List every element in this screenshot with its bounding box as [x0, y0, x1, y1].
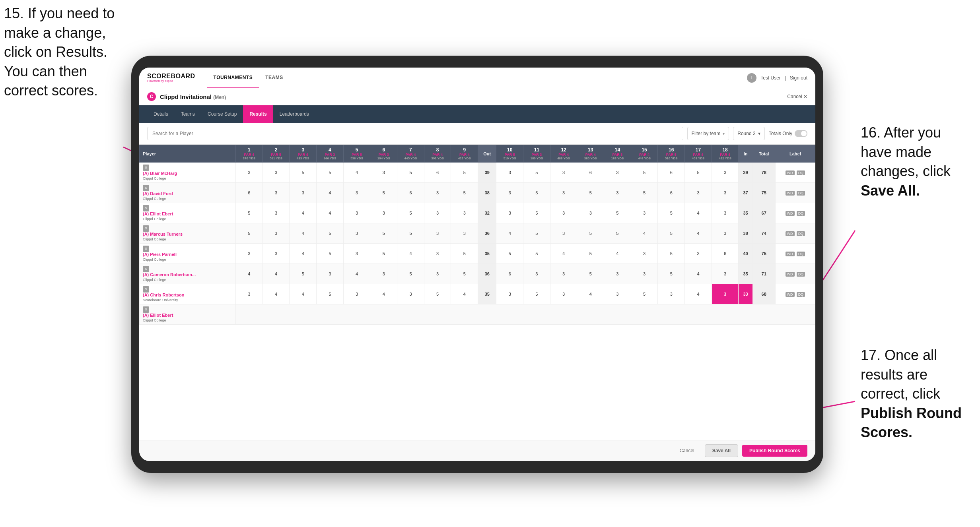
score-h2[interactable]: 3 — [262, 203, 290, 223]
score-h3[interactable]: 4 — [290, 223, 317, 244]
score-h17[interactable]: 4 — [685, 203, 712, 223]
search-input[interactable] — [147, 127, 683, 140]
score-h14[interactable]: 5 — [604, 223, 631, 244]
score-h10[interactable]: 6 — [496, 264, 523, 284]
score-h1[interactable]: 6 — [236, 183, 263, 203]
tab-results[interactable]: Results — [243, 105, 273, 123]
score-h11[interactable]: 5 — [523, 163, 550, 183]
score-h5[interactable]: 4 — [343, 163, 370, 183]
score-h15[interactable]: 4 — [631, 223, 658, 244]
score-h4[interactable]: 4 — [317, 183, 344, 203]
score-h11[interactable]: 5 — [523, 223, 550, 244]
score-h6[interactable]: 3 — [370, 264, 397, 284]
score-h17[interactable]: 3 — [685, 183, 712, 203]
score-h2[interactable]: 3 — [262, 183, 290, 203]
score-h11[interactable]: 5 — [523, 244, 550, 264]
score-h15[interactable]: 3 — [631, 203, 658, 223]
score-h7[interactable]: 3 — [397, 284, 424, 304]
score-h12[interactable]: 4 — [550, 244, 577, 264]
score-h9[interactable]: 3 — [451, 203, 478, 223]
score-h7[interactable]: 5 — [397, 223, 424, 244]
score-h9[interactable]: 5 — [451, 163, 478, 183]
save-all-button[interactable]: Save All — [705, 444, 738, 457]
score-h18[interactable]: 3 — [712, 284, 739, 304]
nav-teams[interactable]: TEAMS — [259, 68, 290, 88]
score-h18[interactable]: 3 — [712, 223, 739, 244]
dq-button[interactable]: DQ — [797, 231, 805, 236]
score-h3[interactable]: 4 — [290, 244, 317, 264]
score-h8[interactable]: 3 — [424, 183, 451, 203]
score-h10[interactable]: 3 — [496, 203, 523, 223]
score-h14[interactable]: 3 — [604, 163, 631, 183]
score-h16[interactable]: 6 — [658, 163, 685, 183]
score-h7[interactable]: 4 — [397, 244, 424, 264]
tab-course-setup[interactable]: Course Setup — [201, 105, 243, 123]
score-h3[interactable]: 5 — [290, 163, 317, 183]
score-h2[interactable]: 3 — [262, 223, 290, 244]
score-h1[interactable]: 3 — [236, 284, 263, 304]
wd-button[interactable]: WD — [786, 211, 795, 216]
score-h13[interactable]: 5 — [577, 264, 604, 284]
score-h11[interactable]: 5 — [523, 284, 550, 304]
score-h18[interactable]: 3 — [712, 163, 739, 183]
score-h4[interactable]: 5 — [317, 163, 344, 183]
score-h8[interactable]: 5 — [424, 284, 451, 304]
score-h15[interactable]: 3 — [631, 264, 658, 284]
score-h15[interactable]: 5 — [631, 163, 658, 183]
score-h12[interactable]: 3 — [550, 264, 577, 284]
score-h6[interactable]: 3 — [370, 163, 397, 183]
score-h18[interactable]: 6 — [712, 244, 739, 264]
score-h5[interactable]: 3 — [343, 223, 370, 244]
score-h10[interactable]: 3 — [496, 163, 523, 183]
score-h10[interactable]: 3 — [496, 183, 523, 203]
score-h1[interactable]: 5 — [236, 203, 263, 223]
score-h12[interactable]: 3 — [550, 163, 577, 183]
score-h5[interactable]: 3 — [343, 203, 370, 223]
score-h4[interactable]: 4 — [317, 203, 344, 223]
score-h16[interactable]: 3 — [658, 284, 685, 304]
score-h16[interactable]: 5 — [658, 264, 685, 284]
score-h12[interactable]: 3 — [550, 223, 577, 244]
score-h14[interactable]: 3 — [604, 183, 631, 203]
wd-button[interactable]: WD — [786, 191, 795, 196]
score-h10[interactable]: 4 — [496, 223, 523, 244]
score-h1[interactable]: 3 — [236, 244, 263, 264]
score-h13[interactable]: 5 — [577, 244, 604, 264]
score-h18[interactable]: 3 — [712, 203, 739, 223]
score-h9[interactable]: 4 — [451, 284, 478, 304]
score-h3[interactable]: 5 — [290, 264, 317, 284]
publish-round-scores-button[interactable]: Publish Round Scores — [742, 445, 807, 457]
score-h17[interactable]: 4 — [685, 223, 712, 244]
score-h13[interactable]: 4 — [577, 284, 604, 304]
score-h8[interactable]: 3 — [424, 264, 451, 284]
score-h13[interactable]: 5 — [577, 223, 604, 244]
score-h4[interactable]: 5 — [317, 223, 344, 244]
score-h8[interactable]: 6 — [424, 163, 451, 183]
score-h18[interactable]: 3 — [712, 183, 739, 203]
dq-button[interactable]: DQ — [797, 272, 805, 277]
score-h9[interactable]: 5 — [451, 264, 478, 284]
score-h5[interactable]: 3 — [343, 244, 370, 264]
tab-details[interactable]: Details — [147, 105, 175, 123]
score-h2[interactable]: 3 — [262, 163, 290, 183]
score-h6[interactable]: 3 — [370, 203, 397, 223]
score-h18[interactable]: 3 — [712, 264, 739, 284]
score-h3[interactable]: 3 — [290, 183, 317, 203]
score-h11[interactable]: 3 — [523, 264, 550, 284]
score-h8[interactable]: 3 — [424, 203, 451, 223]
score-h6[interactable]: 5 — [370, 244, 397, 264]
round-dropdown[interactable]: Round 3 ▾ — [733, 127, 764, 140]
score-h11[interactable]: 5 — [523, 203, 550, 223]
score-h17[interactable]: 3 — [685, 244, 712, 264]
score-h5[interactable]: 3 — [343, 183, 370, 203]
score-h17[interactable]: 4 — [685, 284, 712, 304]
score-h13[interactable]: 3 — [577, 203, 604, 223]
dq-button[interactable]: DQ — [797, 252, 805, 256]
score-h15[interactable]: 5 — [631, 183, 658, 203]
nav-tournaments[interactable]: TOURNAMENTS — [207, 68, 259, 88]
team-filter-dropdown[interactable]: Filter by team ▾ — [687, 127, 729, 140]
score-h14[interactable]: 5 — [604, 203, 631, 223]
score-h10[interactable]: 3 — [496, 284, 523, 304]
dq-button[interactable]: DQ — [797, 170, 805, 175]
score-h9[interactable]: 5 — [451, 183, 478, 203]
